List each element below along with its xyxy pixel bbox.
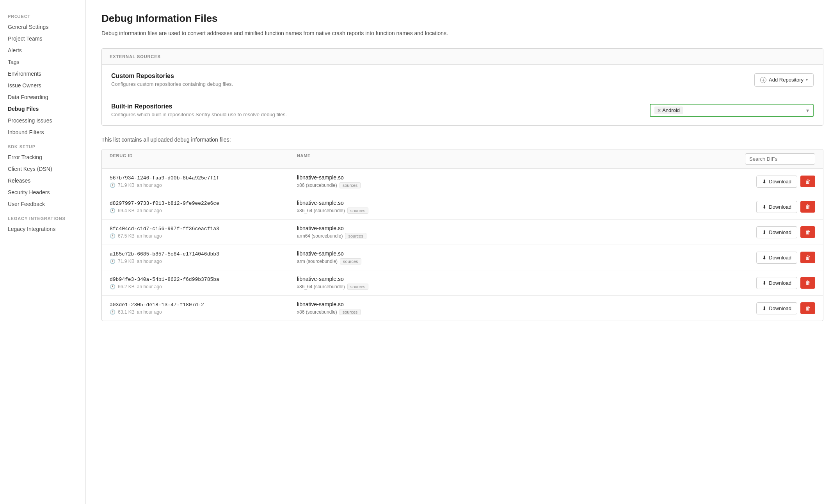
arch-badge: x86_64 (sourcebundle)	[297, 208, 345, 213]
sidebar-item-alerts[interactable]: Alerts	[0, 44, 85, 56]
sidebar-item-tags[interactable]: Tags	[0, 56, 85, 68]
clock-icon: 🕐	[110, 233, 116, 239]
download-label: Download	[769, 229, 791, 235]
file-size: an hour ago	[137, 208, 162, 213]
file-name: libnative-sample.so	[297, 301, 729, 307]
arch-badge: x86_64 (sourcebundle)	[297, 284, 345, 289]
arch-badge: arm64 (sourcebundle)	[297, 233, 343, 239]
add-repo-label: Add Repository	[769, 77, 803, 83]
android-tag: × Android	[654, 106, 683, 114]
sidebar-item-security-headers[interactable]: Security Headers	[0, 186, 85, 198]
page-description: Debug information files are used to conv…	[101, 29, 823, 37]
builtin-repositories-row: Built-in Repositories Configures which b…	[102, 95, 823, 125]
clock-icon: 🕐	[110, 259, 116, 264]
file-tags: x86_64 (sourcebundle) sources	[297, 284, 729, 290]
sidebar-item-releases[interactable]: Releases	[0, 175, 85, 186]
table-row: d8297997-9733-f013-b812-9fe9ee22e6ce 🕐 6…	[102, 194, 823, 220]
builtin-repo-info: Built-in Repositories Configures which b…	[111, 103, 287, 117]
sidebar-item-project-teams[interactable]: Project Teams	[0, 33, 85, 44]
sidebar-item-debug-files[interactable]: Debug Files	[0, 103, 85, 115]
files-table: DEBUG ID NAME 567b7934-1246-faa9-d00b-8b…	[101, 149, 823, 321]
sidebar-item-client-keys[interactable]: Client Keys (DSN)	[0, 163, 85, 175]
sidebar-item-environments[interactable]: Environments	[0, 68, 85, 80]
sidebar-item-error-tracking[interactable]: Error Tracking	[0, 151, 85, 163]
debug-id-cell: d9b94fe3-340a-54b1-8622-f6d99b3785ba 🕐 6…	[110, 277, 297, 289]
download-label: Download	[769, 305, 791, 311]
android-tag-remove[interactable]: ×	[658, 107, 661, 114]
custom-repositories-row: Custom Repositories Configures custom re…	[102, 65, 823, 95]
main-content: Debug Information Files Debug informatio…	[86, 0, 839, 504]
sidebar-item-general-settings[interactable]: General Settings	[0, 21, 85, 33]
download-label: Download	[769, 204, 791, 210]
file-time: 71.9 KB	[118, 259, 135, 264]
sidebar-item-user-feedback[interactable]: User Feedback	[0, 198, 85, 210]
download-button[interactable]: ⬇ Download	[756, 252, 797, 264]
file-size: an hour ago	[137, 183, 162, 188]
row-actions: ⬇ Download 🗑	[729, 252, 815, 264]
builtin-repo-desc: Configures which built-in repositories S…	[111, 112, 287, 117]
trash-icon: 🗑	[805, 229, 811, 235]
file-name: libnative-sample.so	[297, 174, 729, 181]
download-label: Download	[769, 255, 791, 261]
file-meta: 🕐 71.9 KB an hour ago	[110, 259, 297, 264]
row-actions: ⬇ Download 🗑	[729, 201, 815, 213]
sidebar-item-data-forwarding[interactable]: Data Forwarding	[0, 91, 85, 103]
android-tag-label: Android	[662, 107, 680, 113]
sources-badge: sources	[347, 284, 369, 290]
file-name: libnative-sample.so	[297, 276, 729, 282]
debug-id-value: d8297997-9733-f013-b812-9fe9ee22e6ce	[110, 201, 297, 206]
sidebar-item-issue-owners[interactable]: Issue Owners	[0, 80, 85, 91]
sidebar-item-inbound-filters[interactable]: Inbound Filters	[0, 126, 85, 138]
table-row: 567b7934-1246-faa9-d00b-8b4a925e7f1f 🕐 7…	[102, 169, 823, 194]
sidebar-item-processing-issues[interactable]: Processing Issues	[0, 115, 85, 126]
download-button[interactable]: ⬇ Download	[756, 277, 797, 289]
download-icon: ⬇	[762, 229, 766, 235]
download-icon: ⬇	[762, 179, 766, 185]
sidebar-sdk-label: SDK SETUP	[0, 138, 85, 151]
sidebar-item-legacy-integrations[interactable]: Legacy Integrations	[0, 223, 85, 235]
file-meta: 🕐 69.4 KB an hour ago	[110, 208, 297, 213]
sources-badge: sources	[340, 182, 361, 188]
delete-button[interactable]: 🗑	[800, 277, 815, 289]
delete-button[interactable]: 🗑	[800, 252, 815, 263]
sources-badge: sources	[345, 233, 366, 239]
download-button[interactable]: ⬇ Download	[756, 201, 797, 213]
add-repository-button[interactable]: + Add Repository ▾	[754, 73, 814, 87]
col-name: NAME	[297, 153, 729, 165]
file-time: 63.1 KB	[118, 309, 135, 315]
search-area	[729, 153, 815, 165]
trash-icon: 🗑	[805, 280, 811, 286]
file-tags: arm64 (sourcebundle) sources	[297, 233, 729, 239]
file-tags: x86 (sourcebundle) sources	[297, 309, 729, 315]
list-intro-text: This list contains all uploaded debug in…	[101, 137, 823, 143]
custom-repo-desc: Configures custom repositories containin…	[111, 81, 233, 87]
sidebar-legacy-label: LEGACY INTEGRATIONS	[0, 210, 85, 223]
external-sources-header: EXTERNAL SOURCES	[102, 49, 823, 65]
download-icon: ⬇	[762, 280, 766, 286]
download-button[interactable]: ⬇ Download	[756, 176, 797, 188]
builtin-repos-select[interactable]: × Android ▾	[650, 104, 814, 117]
file-name: libnative-sample.so	[297, 250, 729, 257]
file-info-cell: libnative-sample.so x86_64 (sourcebundle…	[297, 200, 729, 214]
table-row: a185c72b-6685-b857-5e84-e1714046dbb3 🕐 7…	[102, 245, 823, 270]
debug-id-cell: d8297997-9733-f013-b812-9fe9ee22e6ce 🕐 6…	[110, 201, 297, 213]
plus-icon: +	[760, 77, 766, 83]
debug-id-value: a03de1-2305-de18-13-47-f1807d-2	[110, 302, 297, 308]
delete-button[interactable]: 🗑	[800, 302, 815, 314]
file-time: 71.9 KB	[118, 183, 135, 188]
download-icon: ⬇	[762, 305, 766, 311]
download-button[interactable]: ⬇ Download	[756, 226, 797, 238]
trash-icon: 🗑	[805, 305, 811, 311]
debug-id-value: a185c72b-6685-b857-5e84-e1714046dbb3	[110, 251, 297, 257]
search-input[interactable]	[745, 153, 815, 165]
download-label: Download	[769, 280, 791, 286]
row-actions: ⬇ Download 🗑	[729, 176, 815, 188]
sources-badge: sources	[340, 258, 361, 264]
delete-button[interactable]: 🗑	[800, 226, 815, 238]
delete-button[interactable]: 🗑	[800, 201, 815, 213]
delete-button[interactable]: 🗑	[800, 176, 815, 187]
file-time: 69.4 KB	[118, 208, 135, 213]
debug-id-value: 567b7934-1246-faa9-d00b-8b4a925e7f1f	[110, 175, 297, 181]
file-info-cell: libnative-sample.so x86 (sourcebundle) s…	[297, 174, 729, 188]
download-button[interactable]: ⬇ Download	[756, 302, 797, 314]
